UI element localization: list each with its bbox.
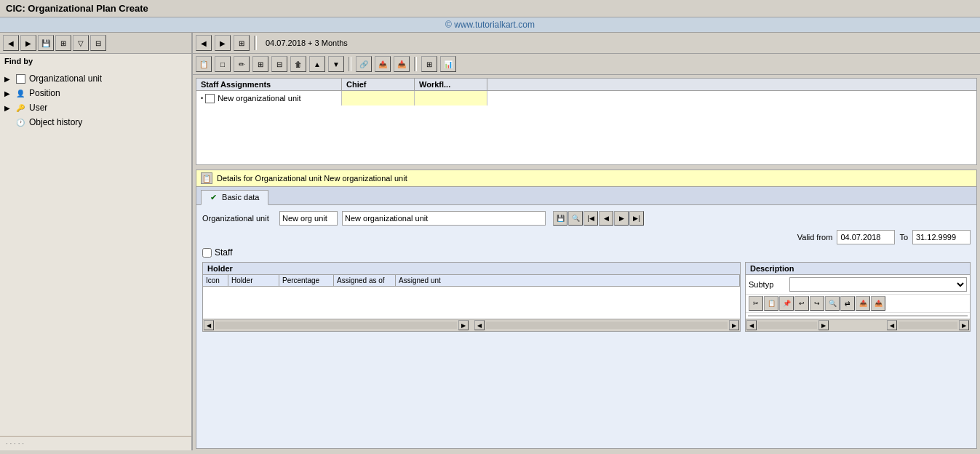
desc-replace-btn[interactable]: ⇄ [840,296,855,311]
staff-checkbox[interactable] [202,248,212,258]
orgunit-save-btn[interactable]: 💾 [553,211,567,226]
holder-scroll-right2[interactable]: ▶ [729,320,739,330]
orgunit-short-input[interactable] [279,211,338,226]
import-btn[interactable]: 📥 [394,56,410,72]
sidebar-sort-btn[interactable]: ⊟ [90,35,106,51]
watermark-bar: © www.tutorialkart.com [0,17,980,33]
orgunit-full-input[interactable] [342,211,546,226]
details-panel: 📋 Details for Organizational unit New or… [196,170,977,449]
staff-col-chief: Chief [342,79,415,90]
paste-btn[interactable]: ⊟ [271,56,287,72]
desc-redo-btn[interactable]: ↪ [810,296,824,311]
desc-scroll-up[interactable]: ◀ [887,320,897,330]
desc-undo-btn[interactable]: ↩ [794,296,809,311]
holder-scroll-track[interactable] [215,322,457,329]
subtyp-select[interactable] [789,277,967,292]
sidebar-item-orgunit[interactable]: ▶ Organizational unit [4,71,187,86]
chart-btn[interactable]: 📊 [440,56,456,72]
sidebar-item-objhistory[interactable]: ▶ 🕐 Object history [4,115,187,130]
orgunit-first-btn[interactable]: |◀ [583,211,598,226]
delete-btn[interactable]: 🗑 [290,56,306,72]
holder-col-holder: Holder [228,275,279,286]
desc-find-btn[interactable]: 🔍 [825,296,840,311]
subtyp-row: Subtyp [746,275,970,295]
desc-scroll-right[interactable]: ▶ [818,320,829,330]
sidebar-label-history: Object history [29,117,82,127]
sidebar-save-btn[interactable]: 💾 [38,35,54,51]
position-icon: 👤 [15,87,26,99]
up-btn[interactable]: ▲ [309,56,325,72]
sidebar-fwd-btn[interactable]: ▶ [20,35,36,51]
holder-scroll-left[interactable]: ◀ [204,320,214,330]
orgunit-last-btn[interactable]: ▶| [629,211,644,226]
details-header-icon: 📋 [201,172,212,184]
staff-col-workflow: Workfl... [415,79,487,90]
overview-btn[interactable]: ⊞ [234,35,250,51]
desc-scroll-track[interactable] [758,322,817,329]
holder-panel: Holder Icon Holder Percentage Assigned a… [202,262,741,332]
staff-cell-name: • New organizational unit [196,91,342,105]
new-btn[interactable]: □ [215,56,231,72]
desc-paste-btn[interactable]: 📌 [779,296,794,311]
sidebar-label-user: User [29,103,47,113]
staff-row-orgunit-name: New organizational unit [218,94,300,103]
desc-export-btn[interactable]: 📤 [871,296,885,311]
valid-from-value: 04.07.2018 [837,230,895,244]
holder-scroll-area[interactable] [203,287,740,319]
staff-label: Staff [215,247,232,258]
watermark-text: © www.tutorialkart.com [445,20,535,30]
edit-btn[interactable]: ✏ [234,56,250,72]
desc-scroll-down[interactable]: ▶ [959,320,969,330]
separator-3 [414,57,417,71]
tab-basic-data[interactable]: ✔ Basic data [201,190,268,205]
sidebar-back-btn[interactable]: ◀ [3,35,19,51]
sidebar-toolbar: ◀ ▶ 💾 ⊞ ▽ ⊟ [0,33,191,54]
user-icon: 🔑 [15,102,26,114]
orgunit-action-btns: 💾 🔍 |◀ ◀ ▶ ▶| [553,211,644,226]
staff-col-assignments: Staff Assignments [196,79,342,90]
copy-btn[interactable]: ⊞ [252,56,268,72]
sidebar-label-position: Position [29,88,60,98]
sidebar-item-user[interactable]: ▶ 🔑 User [4,100,187,115]
title-bar: CIC: Organizational Plan Create [0,0,980,17]
find-by-label: Find by [0,54,191,68]
nav-back-btn[interactable]: ◀ [196,35,212,51]
sidebar-item-position[interactable]: ▶ 👤 Position [4,86,187,100]
holder-col-asof: Assigned as of [334,275,396,286]
down-btn[interactable]: ▼ [328,56,344,72]
sidebar-dots: · · · · · [0,436,191,450]
holder-scroll-left2[interactable]: ◀ [474,320,485,330]
description-panel: Description Subtyp ✂ 📋 📌 ↩ ↪ [745,262,971,332]
desc-scroll-left[interactable]: ◀ [746,320,757,330]
desc-scroll-track2[interactable] [899,322,957,329]
orgunit-prev-btn[interactable]: ◀ [599,211,613,226]
holder-col-icon: Icon [203,275,228,286]
holder-scroll-track2[interactable] [486,322,728,329]
desc-import-btn[interactable]: 📥 [856,296,870,311]
table-btn[interactable]: ⊞ [421,56,437,72]
desc-cut-btn[interactable]: ✂ [749,296,763,311]
staff-row-1[interactable]: • New organizational unit [196,91,976,105]
sidebar-label-orgunit: Organizational unit [29,73,102,84]
orgunit-next-btn[interactable]: ▶ [614,211,629,226]
orgunit-label: Organizational unit [202,214,275,223]
valid-from-label: Valid from [797,233,833,242]
holder-table-header: Icon Holder Percentage Assigned as of As… [203,275,740,287]
holder-col-pct: Percentage [279,275,334,286]
assign-btn[interactable]: 🔗 [356,56,372,72]
orgunit-search-btn[interactable]: 🔍 [568,211,583,226]
sidebar-btn4[interactable]: ⊞ [55,35,71,51]
to-label: To [899,233,908,242]
date-display: 04.07.2018 + 3 Months [266,39,348,47]
holder-scroll-right[interactable]: ▶ [458,320,469,330]
sidebar-filter-btn[interactable]: ▽ [73,35,89,51]
separator-2 [348,57,351,71]
create-btn[interactable]: 📋 [196,56,212,72]
to-value: 31.12.9999 [912,230,971,244]
subtyp-label: Subtyp [749,280,785,289]
staff-table: Staff Assignments Chief Workfl... • New … [196,78,977,165]
desc-text-area[interactable] [748,315,968,316]
export-btn[interactable]: 📤 [375,56,391,72]
nav-fwd-btn[interactable]: ▶ [215,35,231,51]
desc-copy-btn[interactable]: 📋 [764,296,778,311]
